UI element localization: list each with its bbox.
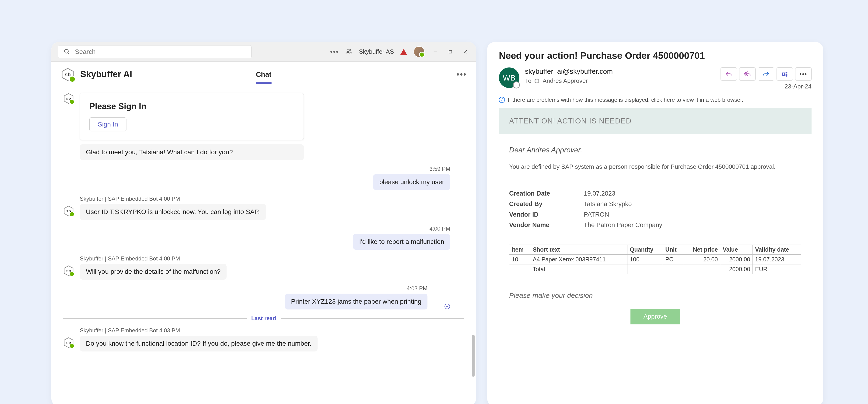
last-read-label: Last read: [247, 315, 281, 321]
search-icon: [64, 49, 70, 55]
detail-creation-date: Creation Date 19.07.2023: [509, 190, 801, 197]
bot-message-2: sb Skybuffer | SAP Embedded Bot 4:00 PM …: [63, 195, 464, 220]
approve-button[interactable]: Approve: [630, 309, 680, 324]
to-name: Andres Approver: [542, 77, 588, 85]
email-from: skybuffer_ai@skybuffer.com: [525, 67, 613, 75]
last-read-divider: Last read: [63, 315, 464, 321]
app-more-icon[interactable]: •••: [456, 69, 467, 80]
search-box[interactable]: [58, 45, 251, 58]
msg-label: Skybuffer | SAP Embedded Bot 4:00 PM: [80, 255, 226, 262]
minimize-button[interactable]: [431, 48, 440, 56]
svg-text:sb: sb: [66, 96, 71, 101]
user-message-2: 4:00 PM I'd like to report a malfunction: [63, 225, 464, 250]
bot-message-signin: sb Please Sign In Sign In Glad to meet y…: [63, 93, 464, 160]
svg-point-2: [347, 50, 349, 52]
msg-time: 4:03 PM: [407, 285, 428, 292]
bot-bubble: Will you provide the details of the malf…: [80, 264, 226, 280]
info-text: If there are problems with how this mess…: [508, 97, 743, 103]
table-header-row: Item Short text Quantity Unit Net price …: [509, 245, 801, 255]
email-more-button[interactable]: •••: [795, 67, 811, 81]
bot-bubble: Do you know the functional location ID? …: [80, 336, 317, 351]
svg-rect-5: [449, 51, 452, 53]
email-header-row: WB skybuffer_ai@skybuffer.com To Andres …: [499, 67, 811, 90]
decision-text: Please make your decision: [509, 291, 801, 300]
user-bubble: Printer XYZ123 jams the paper when print…: [285, 293, 428, 309]
more-icon[interactable]: •••: [330, 48, 339, 56]
detail-vendor-id: Vendor ID PATRON: [509, 211, 801, 218]
app-logo: sb: [61, 67, 75, 82]
warning-icon: [400, 49, 407, 55]
maximize-button[interactable]: [446, 48, 455, 56]
to-label: To: [525, 77, 531, 85]
title-bar: ••• Skybuffer AS: [51, 42, 476, 62]
svg-line-1: [68, 53, 69, 54]
detail-vendor-name: Vendor Name The Patron Paper Company: [509, 221, 801, 229]
table-total-row: Total 2000.00 EUR: [509, 265, 801, 274]
search-input[interactable]: [75, 48, 246, 56]
reply-all-button[interactable]: [739, 67, 755, 81]
body-text: You are defined by SAP system as a perso…: [509, 162, 801, 171]
user-message-1: 3:59 PM please unlock my user: [63, 166, 464, 190]
email-subject: Need your action! Purchase Order 4500000…: [499, 51, 811, 61]
table-row: 10 A4 Paper Xerox 003R97411 100 PC 20.00…: [509, 255, 801, 265]
close-button[interactable]: [461, 48, 469, 56]
info-bar[interactable]: i If there are problems with how this me…: [499, 97, 811, 103]
tabs: Chat: [256, 70, 272, 79]
user-bubble: I'd like to report a malfunction: [353, 234, 450, 250]
signin-card: Please Sign In Sign In: [80, 93, 304, 140]
bot-bubble: User ID T.SKRYPKO is unlocked now. You c…: [80, 204, 266, 220]
teams-share-button[interactable]: T: [777, 67, 793, 81]
presence-icon: [534, 79, 539, 83]
bot-message-4: sb Skybuffer | SAP Embedded Bot 4:03 PM …: [63, 327, 464, 351]
titlebar-right: ••• Skybuffer AS: [330, 46, 469, 57]
signin-title: Please Sign In: [89, 101, 294, 111]
svg-text:sb: sb: [66, 269, 71, 273]
org-name: Skybuffer AS: [359, 48, 394, 55]
signin-button[interactable]: Sign In: [89, 117, 126, 131]
msg-time: 3:59 PM: [430, 166, 450, 172]
bot-avatar: sb: [63, 337, 74, 348]
svg-text:sb: sb: [65, 72, 71, 77]
svg-point-16: [445, 304, 450, 309]
tab-chat[interactable]: Chat: [256, 70, 272, 84]
bot-bubble-greeting: Glad to meet you, Tatsiana! What can I d…: [80, 144, 304, 160]
svg-point-3: [349, 49, 351, 51]
email-body: Dear Andres Approver, You are defined by…: [499, 134, 811, 324]
reply-button[interactable]: [720, 67, 737, 81]
detail-created-by: Created By Tatsiana Skrypko: [509, 200, 801, 208]
action-banner: ATTENTION! ACTION IS NEEDED: [499, 108, 811, 134]
chat-area: sb Please Sign In Sign In Glad to meet y…: [51, 87, 476, 404]
app-title: Skybuffer AI: [80, 69, 132, 80]
msg-time: 4:00 PM: [430, 225, 450, 232]
bot-avatar: sb: [63, 265, 74, 276]
msg-label: Skybuffer | SAP Embedded Bot 4:00 PM: [80, 195, 266, 202]
svg-text:sb: sb: [66, 341, 71, 345]
email-actions: T •••: [720, 67, 811, 81]
msg-label: Skybuffer | SAP Embedded Bot 4:03 PM: [80, 327, 317, 334]
people-icon[interactable]: [345, 48, 352, 55]
sender-avatar[interactable]: WB: [499, 67, 519, 88]
svg-text:sb: sb: [66, 209, 71, 213]
email-date: 23-Apr-24: [784, 83, 811, 90]
bot-avatar: sb: [63, 93, 74, 104]
user-avatar[interactable]: [413, 46, 425, 57]
bot-message-3: sb Skybuffer | SAP Embedded Bot 4:00 PM …: [63, 255, 464, 280]
bot-avatar: sb: [63, 206, 74, 217]
svg-text:T: T: [783, 72, 784, 76]
email-window: Need your action! Purchase Order 4500000…: [487, 42, 823, 404]
po-table: Item Short text Quantity Unit Net price …: [509, 245, 801, 274]
scrollbar[interactable]: [472, 335, 474, 377]
forward-button[interactable]: [758, 67, 774, 81]
user-message-3: 4:03 PM Printer XYZ123 jams the paper wh…: [63, 285, 464, 309]
info-icon: i: [499, 97, 505, 103]
svg-point-0: [65, 49, 68, 53]
read-receipt-icon: [444, 303, 450, 309]
email-to-row: To Andres Approver: [525, 77, 613, 85]
app-header: sb Skybuffer AI Chat •••: [51, 62, 476, 87]
svg-point-21: [786, 72, 787, 73]
teams-window: ••• Skybuffer AS sb Skybuffer AI Chat ••…: [51, 42, 476, 404]
greeting: Dear Andres Approver,: [509, 146, 801, 154]
user-bubble: please unlock my user: [373, 174, 450, 190]
